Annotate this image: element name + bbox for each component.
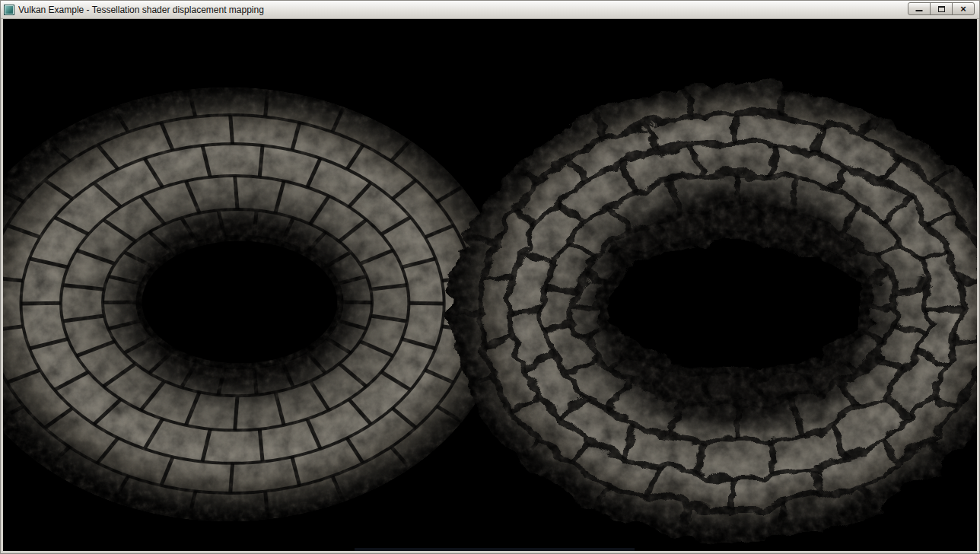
close-icon: × <box>960 4 966 14</box>
torus-displacement-mapped-right <box>447 80 977 536</box>
window-controls: × <box>908 2 976 15</box>
render-viewport[interactable] <box>3 19 977 551</box>
app-icon <box>4 5 14 15</box>
background-window-glimpse <box>355 548 635 551</box>
minimize-icon <box>916 10 923 11</box>
titlebar[interactable]: Vulkan Example - Tessellation shader dis… <box>1 1 979 19</box>
torus-flat-stone-left <box>3 88 506 521</box>
minimize-button[interactable] <box>908 2 931 15</box>
window-title: Vulkan Example - Tessellation shader dis… <box>18 5 264 15</box>
close-button[interactable]: × <box>952 2 975 15</box>
app-window: Vulkan Example - Tessellation shader dis… <box>0 0 980 554</box>
torus-layer <box>3 80 977 536</box>
maximize-icon <box>938 6 945 12</box>
maximize-button[interactable] <box>930 2 953 15</box>
render-canvas <box>3 19 977 551</box>
